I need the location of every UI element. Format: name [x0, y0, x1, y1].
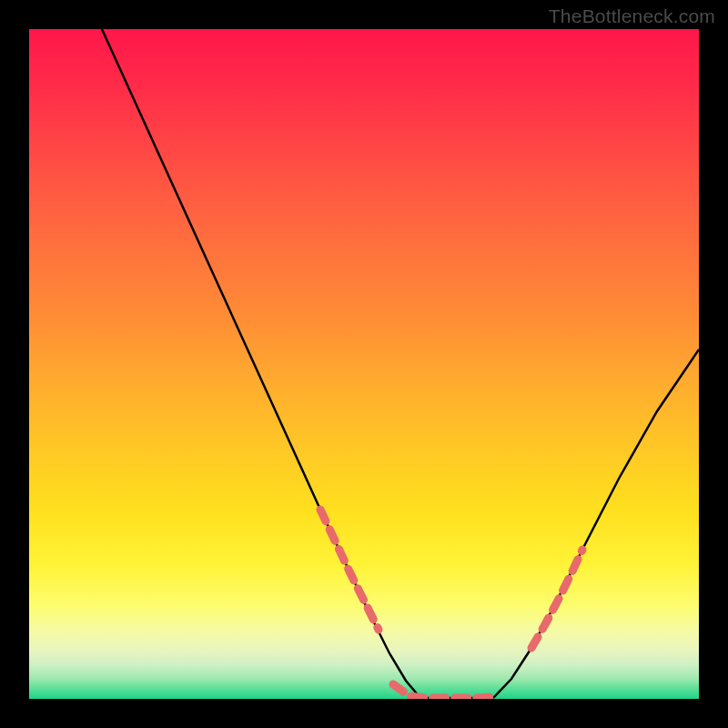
plot-area: [29, 29, 699, 699]
watermark-text: TheBottleneck.com: [549, 5, 715, 27]
series-left-branch: [102, 29, 420, 698]
chart-frame: TheBottleneck.com: [0, 0, 728, 728]
chart-svg: [29, 29, 699, 699]
series-dotted-left-lower: [320, 510, 379, 630]
series-group: [102, 29, 699, 698]
series-right-branch: [493, 349, 699, 698]
series-dotted-right-lower: [531, 550, 582, 648]
series-dotted-valley: [393, 684, 491, 698]
